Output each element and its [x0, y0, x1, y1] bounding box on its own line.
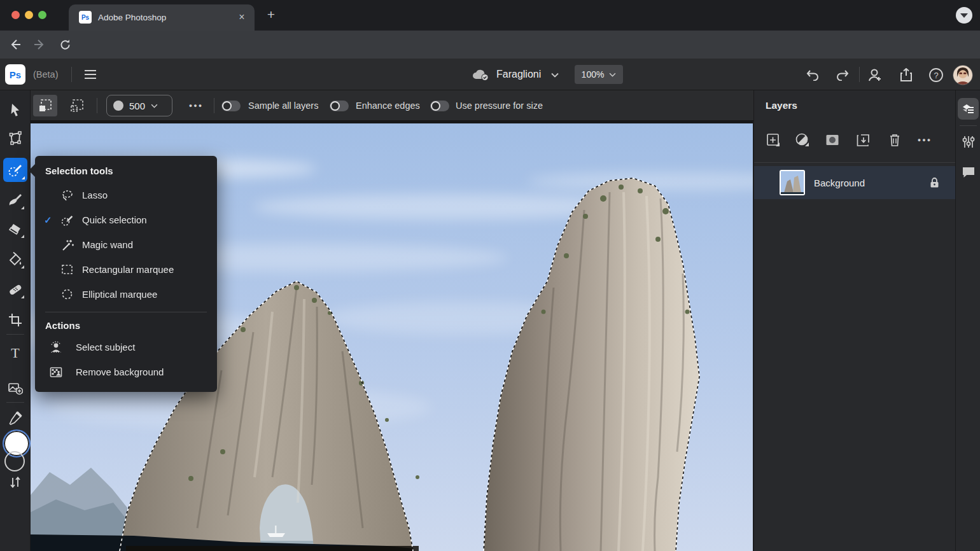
avatar[interactable]	[953, 65, 973, 85]
delete-layer-button[interactable]	[885, 130, 905, 150]
svg-text:?: ?	[934, 71, 938, 80]
share-button[interactable]	[895, 64, 917, 86]
properties-panel-tab[interactable]	[958, 131, 979, 153]
menu-item-label: Lasso	[82, 190, 108, 200]
flyout-title: Selection tools	[35, 164, 217, 183]
lock-icon[interactable]	[930, 177, 939, 188]
sample-all-layers-toggle[interactable]	[221, 101, 241, 111]
more-options-button[interactable]: ●●●	[183, 95, 209, 116]
chevron-down-icon[interactable]	[551, 73, 559, 78]
help-icon: ?	[928, 67, 944, 83]
crop-tool-icon	[8, 313, 22, 327]
transform-tool-icon	[8, 130, 23, 146]
browser-tab[interactable]: Ps Adobe Photoshop ×	[69, 4, 255, 31]
background-color-swatch[interactable]	[4, 451, 25, 471]
document-name[interactable]: Faraglioni	[496, 59, 541, 90]
fill-tool-button[interactable]	[4, 248, 27, 271]
eraser-tool-button[interactable]	[4, 218, 27, 241]
avatar-photo	[953, 66, 972, 85]
brush-tool-button[interactable]	[4, 189, 27, 212]
undo-icon	[806, 69, 820, 81]
divider	[6, 334, 24, 335]
menu-item-label: Elliptical marquee	[82, 289, 157, 300]
add-to-selection-button[interactable]	[33, 95, 57, 116]
adjustment-icon	[795, 132, 810, 148]
menu-item-elliptical-marquee[interactable]: Elliptical marquee	[35, 282, 217, 307]
remove-background-icon	[49, 366, 68, 379]
browser-toolbar: photoshop.adobe.com ⋮	[0, 31, 980, 59]
redo-icon	[836, 69, 850, 81]
check-icon: ✓	[44, 214, 60, 226]
help-button[interactable]: ?	[925, 64, 947, 86]
quick-selection-tool-icon	[7, 162, 24, 178]
reload-button[interactable]	[55, 34, 75, 55]
reload-icon	[59, 39, 71, 51]
close-tab-icon[interactable]: ×	[235, 11, 248, 24]
move-tool-button[interactable]	[4, 99, 27, 122]
beta-label: (Beta)	[33, 59, 59, 90]
minimize-window-button[interactable]	[25, 11, 33, 19]
photoshop-web-window: Ps Adobe Photoshop × + photoshop.adobe.c…	[0, 0, 980, 551]
eyedropper-tool-button[interactable]	[4, 407, 27, 429]
zoom-level-button[interactable]: 100%	[575, 65, 623, 84]
brush-size-control[interactable]: 500	[106, 95, 172, 116]
divider	[71, 67, 72, 82]
chevron-down-icon	[960, 13, 968, 18]
close-window-button[interactable]	[11, 11, 20, 19]
eyedropper-icon	[8, 411, 22, 425]
maximize-window-button[interactable]	[38, 11, 46, 19]
add-selection-icon	[38, 99, 52, 113]
panel-switcher-strip	[955, 90, 980, 551]
magic-wand-icon	[60, 239, 82, 251]
layer-thumbnail	[780, 170, 805, 195]
adjustment-layer-button[interactable]	[792, 130, 813, 150]
menu-item-quick-selection[interactable]: ✓ Quick selection	[35, 207, 217, 232]
layer-row-background[interactable]: Background	[754, 166, 956, 199]
undo-button[interactable]	[802, 64, 823, 86]
divider	[45, 312, 207, 312]
paint-bucket-icon	[8, 252, 23, 267]
divider	[6, 402, 24, 403]
enhance-edges-toggle[interactable]	[330, 101, 349, 111]
menu-item-label: Magic wand	[82, 239, 133, 250]
menu-item-magic-wand[interactable]: Magic wand	[35, 232, 217, 257]
swap-colors-button[interactable]	[4, 471, 27, 494]
divider	[97, 98, 97, 113]
transform-tool-button[interactable]	[4, 127, 27, 150]
back-button[interactable]	[5, 34, 25, 55]
forward-button[interactable]	[29, 34, 50, 55]
crop-tool-button[interactable]	[4, 309, 27, 331]
use-pressure-label: Use pressure for size	[456, 90, 543, 121]
band-aid-icon	[8, 282, 23, 297]
invite-people-button[interactable]	[864, 64, 886, 86]
cloud-sync-icon	[471, 69, 491, 81]
brush-preview-dot	[113, 101, 123, 111]
place-image-tool-button[interactable]	[4, 377, 27, 400]
new-layer-button[interactable]	[763, 130, 783, 150]
heal-tool-button[interactable]	[4, 278, 27, 301]
layer-mask-button[interactable]	[822, 130, 843, 150]
layers-more-button[interactable]: ●●●	[914, 130, 935, 150]
subtract-from-selection-button[interactable]	[65, 95, 89, 116]
rect-marquee-icon	[60, 263, 82, 276]
sample-all-layers-label: Sample all layers	[248, 90, 318, 121]
comments-panel-tab[interactable]	[958, 162, 979, 183]
menu-item-remove-background[interactable]: Remove background	[35, 359, 217, 384]
layers-panel-tab[interactable]	[958, 98, 979, 120]
quick-selection-tool-button[interactable]	[3, 158, 27, 182]
layers-panel: Layers	[753, 90, 955, 551]
trash-icon	[888, 133, 901, 147]
lasso-icon	[60, 189, 82, 202]
group-layers-button[interactable]	[853, 130, 873, 150]
menu-item-select-subject[interactable]: Select subject	[35, 335, 217, 359]
forward-arrow-icon	[33, 38, 46, 51]
menu-item-rectangular-marquee[interactable]: Rectangular marquee	[35, 257, 217, 282]
use-pressure-toggle[interactable]	[430, 101, 449, 111]
menu-item-lasso[interactable]: Lasso	[35, 183, 217, 207]
new-tab-button[interactable]: +	[262, 6, 280, 24]
menu-item-label: Quick selection	[82, 214, 147, 225]
main-menu-button[interactable]	[80, 64, 101, 85]
type-tool-button[interactable]: T	[4, 342, 27, 365]
tab-search-button[interactable]	[956, 7, 972, 24]
redo-button[interactable]	[832, 64, 853, 86]
